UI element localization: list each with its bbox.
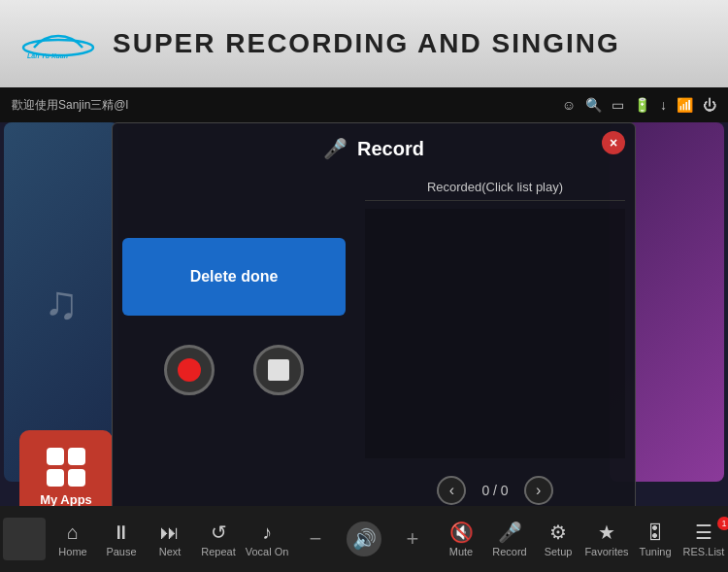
dialog-right-panel: Recorded(Click list play) ‹ 0 / 0 ›	[355, 170, 635, 524]
top-banner: Lan Yu Xuan SUPER RECORDING AND SINGING	[0, 0, 728, 87]
repeat-label: Repeat	[201, 546, 235, 557]
logo-area: Lan Yu Xuan	[19, 26, 97, 61]
toolbar-item-reslist[interactable]: ☰ RES.List 1	[680, 521, 727, 557]
prev-page-button[interactable]: ‹	[437, 476, 466, 505]
reslist-label: RES.List	[683, 546, 725, 557]
recorded-list[interactable]	[365, 209, 625, 458]
toolbar-item-home[interactable]: ⌂ Home	[50, 522, 96, 557]
next-icon: ⏭	[160, 522, 180, 544]
record-controls	[122, 345, 346, 395]
toolbar-item-favorites[interactable]: ★ Favorites	[583, 521, 630, 557]
left-panel: ♫	[4, 122, 118, 482]
home-label: Home	[58, 546, 86, 557]
toolbar-item-volume[interactable]: 🔊	[341, 522, 387, 556]
banner-title: SUPER RECORDING AND SINGING	[113, 28, 620, 59]
record-toolbar-icon: 🎤	[498, 521, 522, 544]
main-area: 歡迎使用Sanjin三精@l ☺ 🔍 ▭ 🔋 ↓ 📶 ⏻ ♫ My Apps 🎤…	[0, 87, 728, 572]
tuning-label: Tuning	[639, 546, 671, 557]
stop-button[interactable]	[253, 345, 304, 395]
toolbar-item-repeat[interactable]: ↺ Repeat	[195, 521, 242, 557]
svg-text:Lan Yu Xuan: Lan Yu Xuan	[27, 52, 68, 59]
record-dot-icon	[178, 358, 201, 382]
toolbar-item-tuning[interactable]: 🎛 Tuning	[632, 522, 678, 557]
recorded-title: Recorded(Click list play)	[365, 180, 625, 201]
next-label: Next	[159, 546, 182, 557]
home-icon: ⌂	[67, 522, 79, 544]
bottom-toolbar: ⌂ Home ⏸ Pause ⏭ Next ↺ Repeat ♪ Vocal O…	[0, 506, 728, 572]
dialog-left-panel: Delete done	[113, 170, 355, 524]
toolbar-item-plus[interactable]: +	[389, 526, 436, 552]
reslist-icon: ☰	[695, 521, 712, 544]
mute-icon: 🔇	[449, 521, 474, 544]
toolbar-item-setup[interactable]: ⚙ Setup	[535, 521, 581, 557]
music-note-icon: ♫	[44, 276, 79, 329]
status-bar: 歡迎使用Sanjin三精@l ☺ 🔍 ▭ 🔋 ↓ 📶 ⏻	[0, 87, 728, 122]
wifi-icon: 📶	[677, 97, 693, 113]
repeat-icon: ↺	[211, 521, 227, 544]
vocal-on-icon: ♪	[262, 522, 272, 544]
pause-icon: ⏸	[112, 522, 131, 544]
dialog-title: 🎤 Record	[323, 137, 424, 160]
power-icon[interactable]: ⏻	[703, 97, 716, 113]
vocal-on-label: Vocal On	[246, 546, 289, 557]
tablet-icon: ▭	[612, 97, 624, 113]
download-icon: ↓	[660, 97, 667, 113]
my-apps-label: My Apps	[40, 492, 92, 507]
minus-icon: −	[310, 526, 322, 552]
battery-icon: 🔋	[634, 97, 650, 113]
record-dialog: 🎤 Record × Delete done Reco	[112, 122, 636, 525]
setup-label: Setup	[545, 546, 573, 557]
close-button[interactable]: ×	[602, 131, 625, 154]
toolbar-item-vocal-on[interactable]: ♪ Vocal On	[244, 522, 290, 557]
dialog-body: Delete done Recorded(Click list play) ‹ …	[113, 170, 635, 524]
mute-label: Mute	[449, 546, 473, 557]
volume-icon: 🔊	[347, 522, 381, 556]
toolbar-item-next[interactable]: ⏭ Next	[147, 522, 193, 557]
record-label: Record	[492, 546, 526, 557]
next-page-button[interactable]: ›	[524, 476, 553, 505]
apps-grid-icon	[47, 448, 85, 487]
logo-icon: Lan Yu Xuan	[19, 26, 97, 61]
plus-icon: +	[407, 526, 419, 552]
record-button[interactable]	[164, 345, 215, 395]
toolbar-item-thumb	[1, 518, 48, 560]
favorites-icon: ★	[598, 521, 615, 544]
thumbnail	[3, 518, 46, 560]
toolbar-item-minus[interactable]: −	[292, 526, 339, 552]
dialog-header: 🎤 Record ×	[113, 123, 635, 170]
reslist-badge: 1	[717, 517, 728, 530]
delete-done-message: Delete done	[122, 238, 346, 316]
search-icon[interactable]: 🔍	[585, 97, 602, 113]
pause-label: Pause	[106, 546, 136, 557]
toolbar-item-record[interactable]: 🎤 Record	[486, 521, 533, 557]
welcome-text: 歡迎使用Sanjin三精@l	[12, 97, 128, 114]
stop-square-icon	[268, 359, 289, 381]
smiley-icon: ☺	[562, 97, 576, 113]
setup-icon: ⚙	[549, 521, 567, 544]
toolbar-item-pause[interactable]: ⏸ Pause	[98, 522, 145, 557]
tuning-icon: 🎛	[645, 522, 665, 544]
toolbar-item-mute[interactable]: 🔇 Mute	[438, 521, 484, 557]
favorites-label: Favorites	[584, 546, 628, 557]
page-info: 0 / 0	[481, 483, 508, 498]
mic-icon: 🎤	[323, 137, 347, 160]
